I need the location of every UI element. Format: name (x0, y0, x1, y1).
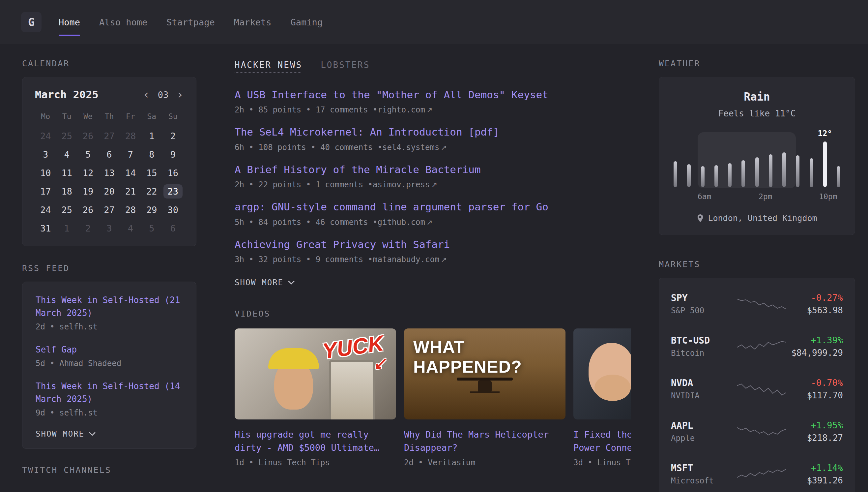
news-show-more-button[interactable]: SHOW MORE (235, 278, 295, 287)
calendar-day-number: 4 (124, 221, 137, 236)
market-price: $84,999.29 (786, 348, 843, 358)
news-item-title[interactable]: The SeL4 Microkernel: An Introduction [p… (235, 125, 631, 139)
calendar-day-number: 3 (102, 221, 116, 236)
market-name: Apple (671, 434, 737, 443)
calendar-day: 31 (35, 219, 56, 238)
calendar-day-selected: 23 (162, 182, 184, 200)
rss-item-title[interactable]: This Week in Self-Hosted (21 March 2025) (35, 294, 183, 320)
market-sparkline (737, 466, 786, 483)
video-title[interactable]: His upgrade got me really dirty - AMD $5… (235, 428, 396, 455)
news-source-link[interactable]: sel4.systems (382, 143, 439, 152)
time-label: 2pm (759, 192, 772, 201)
news-meta-text: 2h • 22 points • 1 comments • (235, 180, 373, 189)
news-source-link[interactable]: matanabudy.com (373, 255, 439, 264)
calendar-day: 24 (35, 200, 56, 219)
weekday-label: Fr (120, 109, 141, 127)
markets-section-label: MARKETS (659, 260, 855, 269)
calendar-day: 14 (120, 164, 141, 182)
market-price: $563.98 (786, 305, 843, 315)
market-name: NVIDIA (671, 391, 737, 400)
news-item-meta: 6h • 108 points • 40 comments • sel4.sys… (235, 143, 631, 152)
calendar-day: 29 (141, 200, 162, 219)
twitch-section-label: TWITCH CHANNELS (22, 465, 196, 475)
calendar-section-label: CALENDAR (22, 59, 196, 68)
market-name: Bitcoin (671, 348, 737, 358)
news-item-title[interactable]: A Brief History of the Miracle Bacterium (235, 163, 631, 177)
market-row-btc-usd[interactable]: BTC-USDBitcoin+1.39%$84,999.29 (671, 325, 843, 368)
videos-section-label: VIDEOS (235, 309, 631, 319)
video-thumbnail[interactable]: WHAT HAPPENED? (404, 328, 565, 419)
calendar-day: 27 (99, 200, 120, 219)
nav-item-gaming[interactable]: Gaming (290, 0, 323, 44)
calendar-day: 27 (99, 127, 120, 145)
market-row-msft[interactable]: MSFTMicrosoft+1.14%$391.26 (671, 453, 843, 492)
calendar-controls: ‹ 03 › (143, 89, 184, 101)
news-source-link[interactable]: github.com (377, 218, 425, 227)
market-row-aapl[interactable]: AAPLApple+1.95%$218.27 (671, 410, 843, 453)
calendar-day: 5 (77, 145, 99, 164)
rss-show-more-button[interactable]: SHOW MORE (35, 429, 96, 439)
video-meta: 2d • Veritasium (404, 458, 565, 467)
news-item-title[interactable]: argp: GNU-style command line argument pa… (235, 200, 631, 214)
calendar-day: 17 (35, 182, 56, 200)
market-price: $117.70 (786, 390, 843, 400)
nav-item-also-home[interactable]: Also home (99, 0, 147, 44)
calendar-day-number: 3 (38, 147, 52, 162)
weather-bar (687, 164, 691, 187)
rss-item-meta: 5d • Ahmad Shadeed (35, 359, 183, 368)
nav-item-startpage[interactable]: Startpage (166, 0, 214, 44)
calendar-header: March 2025 ‹ 03 › (35, 89, 184, 101)
weekday-label: Tu (56, 109, 77, 127)
rss-item-title[interactable]: This Week in Self-Hosted (14 March 2025) (35, 380, 183, 405)
market-row-values: +1.14%$391.26 (786, 463, 843, 485)
video-title[interactable]: Why Did The Mars Helicopter Disappear? (404, 428, 565, 455)
calendar-day-number: 25 (57, 129, 76, 143)
calendar-month-title: March 2025 (35, 89, 99, 101)
rss-item-title[interactable]: Self Gap (35, 343, 183, 356)
market-ticker: MSFT (671, 463, 737, 473)
month-indicator: 03 (158, 90, 169, 100)
nav-item-markets[interactable]: Markets (234, 0, 271, 44)
calendar-day-number: 6 (102, 147, 116, 162)
market-row-spy[interactable]: SPYS&P 500-0.27%$563.98 (671, 282, 843, 325)
video-thumbnail[interactable]: YUCK (235, 328, 396, 419)
news-source-link[interactable]: asimov.press (373, 180, 430, 189)
news-item: The SeL4 Microkernel: An Introduction [p… (235, 125, 631, 152)
video-title[interactable]: I Fixed the 5 Power Connect (573, 428, 631, 455)
calendar-day: 11 (56, 164, 77, 182)
nav-item-home[interactable]: Home (59, 0, 80, 44)
tab-hacker-news[interactable]: HACKER NEWS (235, 60, 302, 70)
market-sparkline (737, 295, 786, 313)
video-thumbnail[interactable]: DO TH T? (573, 328, 631, 419)
thumb-text: WHAT HAPPENED? (413, 337, 565, 376)
calendar-day: 19 (77, 182, 99, 200)
calendar-day: 25 (56, 127, 77, 145)
news-source-link[interactable]: righto.com (377, 105, 425, 115)
market-row-nvda[interactable]: NVDANVIDIA-0.70%$117.70 (671, 368, 843, 410)
calendar-day: 16 (162, 164, 184, 182)
app-logo[interactable]: G (21, 12, 42, 32)
news-item-meta: 2h • 85 points • 17 comments • righto.co… (235, 105, 631, 115)
dashboard: CALENDAR March 2025 ‹ 03 › MoTuWeThFrSaS… (0, 44, 868, 492)
market-price: $218.27 (786, 433, 843, 443)
calendar-weekday-row: MoTuWeThFrSaSu (35, 109, 184, 127)
news-item: argp: GNU-style command line argument pa… (235, 200, 631, 226)
news-item-title[interactable]: Achieving Great Privacy with Safari (235, 238, 631, 252)
prev-month-button[interactable]: ‹ (143, 89, 150, 101)
rss-item: Self Gap5d • Ahmad Shadeed (35, 343, 183, 368)
weather-bar (701, 166, 705, 187)
video-meta: 3d • Linus Tech Tips (573, 458, 631, 467)
calendar-day-number: 13 (100, 166, 119, 180)
calendar-day: 6 (99, 145, 120, 164)
market-row-labels: AAPLApple (671, 420, 737, 443)
calendar-day: 4 (120, 219, 141, 238)
news-item-meta: 5h • 84 points • 46 comments • github.co… (235, 218, 631, 227)
sparkline-chart (737, 338, 786, 355)
external-link-icon: ↗ (441, 255, 447, 264)
rss-item-meta: 2d • selfh.st (35, 322, 183, 331)
calendar-day-number: 24 (36, 129, 55, 143)
next-month-button[interactable]: › (176, 89, 184, 101)
weather-widget: Rain Feels like 11°C 12° 6am2pm10pm Lond… (659, 77, 855, 235)
tab-lobsters[interactable]: LOBSTERS (321, 60, 370, 70)
news-item-title[interactable]: A USB Interface to the "Mother of All De… (235, 88, 631, 102)
